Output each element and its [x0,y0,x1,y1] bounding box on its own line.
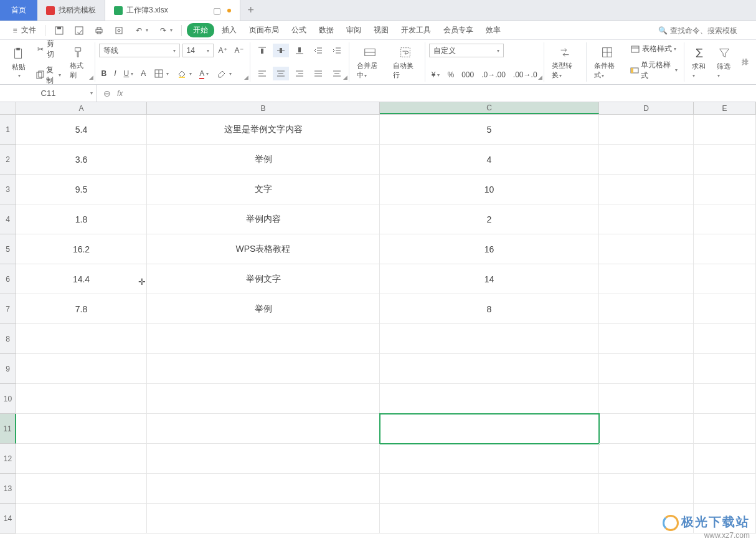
app-menu-button[interactable]: ≡文件 [6,22,40,38]
ribbon-tab-view[interactable]: 视图 [369,22,394,38]
cell[interactable] [694,354,756,384]
cell[interactable] [380,504,599,534]
bold-button[interactable]: B [99,68,110,79]
ribbon-tab-member[interactable]: 会员专享 [438,22,478,38]
clear-format-button[interactable]: ▾ [214,67,234,80]
cell[interactable] [694,264,756,294]
decrease-indent-button[interactable] [310,44,326,57]
table-style-button[interactable]: 表格样式▾ [627,42,680,56]
name-box[interactable]: C11 ▾ [0,85,97,102]
grid-body[interactable]: 15.4这里是举例文字内容523.6举例439.5文字1041.8举例内容251… [0,115,756,534]
cell[interactable] [599,234,694,264]
cell[interactable] [16,324,147,354]
currency-button[interactable]: ¥▾ [429,69,443,80]
copy-button[interactable]: 复制▾ [32,64,64,87]
row-header[interactable]: 6 [0,264,16,294]
print-button[interactable] [90,23,108,38]
row-header[interactable]: 8 [0,324,16,354]
cell[interactable]: 16.2 [16,234,147,264]
cell[interactable] [694,204,756,234]
italic-button[interactable]: I [111,68,118,79]
search-input[interactable] [670,26,745,35]
autosum-button[interactable]: Σ 求和▾ [688,44,711,80]
chevron-down-icon[interactable]: ▾ [170,27,172,33]
justify-button[interactable] [310,67,326,80]
cell[interactable]: 8 [380,294,599,324]
cell[interactable] [147,444,380,474]
cell[interactable]: 举例文字 [147,264,380,294]
cell[interactable]: 10 [380,175,599,204]
save-button[interactable] [50,23,68,38]
cell[interactable] [16,354,147,384]
cell[interactable] [694,444,756,474]
align-bottom-button[interactable] [291,44,308,57]
formula-input[interactable] [129,85,756,102]
decrease-decimal-button[interactable]: .00→.0 [511,69,540,80]
chevron-down-icon[interactable]: ▾ [90,90,93,96]
column-header[interactable]: A [16,102,147,114]
chevron-down-icon[interactable]: ▾ [146,27,148,33]
type-convert-button[interactable]: 类型转换▾ [548,44,582,81]
cell[interactable]: 举例 [147,294,380,324]
cell[interactable] [147,504,380,534]
cell[interactable] [380,354,599,384]
row-header[interactable]: 11 [0,414,16,444]
format-painter-button[interactable]: 格式刷 [66,44,91,81]
ribbon-tab-efficiency[interactable]: 效率 [481,22,506,38]
cell[interactable] [599,175,694,204]
number-format-select[interactable]: 自定义▾ [429,44,504,57]
cell[interactable] [599,115,694,145]
column-header[interactable]: D [599,102,694,114]
cell[interactable]: 文字 [147,175,380,204]
row-header[interactable]: 7 [0,294,16,324]
cell[interactable]: 16 [380,234,599,264]
border-button[interactable]: ▾ [151,67,171,80]
cell[interactable] [147,324,380,354]
comma-button[interactable]: 000 [459,69,476,80]
underline-button[interactable]: U▾ [121,68,136,79]
cell[interactable] [147,474,380,504]
row-header[interactable]: 2 [0,145,16,175]
font-color-button[interactable]: A▾ [197,68,211,79]
cell[interactable] [599,294,694,324]
paste-button[interactable]: 粘贴▾ [7,45,30,80]
cell[interactable]: 7.8 [16,294,147,324]
tab-home[interactable]: 首页 [0,0,37,21]
cell[interactable] [380,384,599,414]
cell[interactable]: 2 [380,204,599,234]
row-header[interactable]: 10 [0,384,16,414]
cell[interactable] [599,145,694,175]
align-center-button[interactable] [273,67,289,80]
cell[interactable] [16,474,147,504]
cell[interactable] [599,264,694,294]
fx-icon[interactable]: fx [117,89,123,98]
redo-button[interactable]: ↷▾ [154,23,176,38]
percent-button[interactable]: % [445,69,456,80]
print-preview-button[interactable] [110,23,128,38]
column-header[interactable]: E [694,102,756,114]
cell[interactable] [147,384,380,414]
cell[interactable] [694,145,756,175]
cell[interactable]: 9.5 [16,175,147,204]
cell[interactable] [380,414,599,444]
align-right-button[interactable] [291,67,308,80]
ribbon-tab-start[interactable]: 开始 [187,23,214,37]
wrap-text-button[interactable]: 自动换行 [389,44,420,81]
align-top-button[interactable] [254,44,270,57]
increase-indent-button[interactable] [329,44,345,57]
cell[interactable] [16,414,147,444]
cell[interactable] [380,324,599,354]
cell[interactable]: 4 [380,145,599,175]
cell[interactable] [380,474,599,504]
row-header[interactable]: 12 [0,444,16,474]
fill-color-button[interactable]: ▾ [174,67,194,80]
align-left-button[interactable] [254,67,270,80]
font-size-select[interactable]: 14▾ [182,44,214,57]
cell[interactable] [694,115,756,145]
cell[interactable]: 3.6 [16,145,147,175]
undo-button[interactable]: ↶▾ [130,23,152,38]
new-tab-button[interactable]: + [240,0,262,21]
cut-button[interactable]: ✂剪切 [32,37,64,61]
shrink-font-button[interactable]: A⁻ [232,45,246,56]
sort-button[interactable]: 排 [738,56,749,68]
